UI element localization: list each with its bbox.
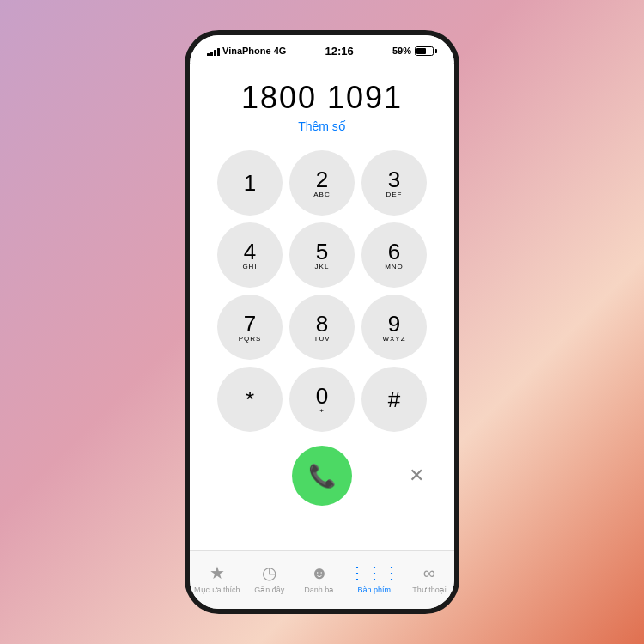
- key-letters-8: WXYZ: [382, 336, 405, 343]
- bottom-row: 📞 ✕: [206, 446, 438, 506]
- key-btn-7[interactable]: 7PQRS: [217, 295, 283, 360]
- key-digit-1: 2: [316, 167, 328, 192]
- key-digit-2: 3: [388, 167, 400, 192]
- key-digit-8: 9: [388, 312, 400, 337]
- key-digit-6: 7: [244, 312, 256, 337]
- tab-label-1: Gần đây: [254, 586, 284, 594]
- status-bar: VinaPhone 4G 12:16 59%: [190, 35, 454, 63]
- key-letters-10: +: [319, 408, 325, 415]
- key-letters-7: TUV: [314, 336, 331, 343]
- tab-label-4: Thư thoại: [412, 586, 447, 594]
- tab-label-3: Bàn phím: [358, 586, 392, 594]
- call-button[interactable]: 📞: [292, 446, 352, 506]
- battery-icon: [415, 46, 437, 56]
- key-btn-3[interactable]: 3DEF: [361, 150, 427, 216]
- key-btn-1[interactable]: 1: [217, 150, 283, 216]
- key-btn-0[interactable]: 0+: [289, 367, 355, 432]
- key-letters-5: MNO: [385, 264, 404, 270]
- tab-icon-0: ★: [210, 562, 225, 583]
- tab-item-mục-ưa-thích[interactable]: ★Mục ưa thích: [194, 562, 240, 594]
- tab-item-gần-đây[interactable]: ◷Gần đây: [249, 562, 290, 594]
- delete-button[interactable]: ✕: [395, 454, 438, 497]
- tab-icon-3: ⋮⋮⋮: [349, 562, 400, 583]
- key-btn-5[interactable]: 5JKL: [289, 222, 355, 288]
- tab-icon-1: ◷: [262, 562, 276, 583]
- key-letters-4: JKL: [315, 264, 330, 270]
- phone-frame: VinaPhone 4G 12:16 59% 1800 1091 Thêm số…: [185, 30, 459, 614]
- add-number-button[interactable]: Thêm số: [298, 119, 346, 133]
- key-digit-11: #: [388, 387, 400, 412]
- tab-icon-4: ∞: [423, 563, 435, 583]
- dialer-content: 1800 1091 Thêm số 12ABC3DEF4GHI5JKL6MNO7…: [190, 63, 454, 550]
- network-type-label: 4G: [274, 46, 287, 56]
- delete-icon: ✕: [409, 465, 424, 487]
- key-letters-1: ABC: [313, 191, 330, 198]
- signal-bars-icon: [207, 46, 220, 56]
- phone-number-display: 1800 1091: [241, 80, 403, 116]
- key-btn-8[interactable]: 8TUV: [289, 295, 355, 360]
- carrier-label: VinaPhone: [222, 46, 271, 56]
- tab-bar: ★Mục ưa thích◷Gần đây☻Danh bạ⋮⋮⋮Bàn phím…: [190, 550, 454, 609]
- keypad-grid: 12ABC3DEF4GHI5JKL6MNO7PQRS8TUV9WXYZ*0+#: [217, 150, 427, 432]
- battery-percent-label: 59%: [392, 46, 411, 56]
- key-letters-2: DEF: [386, 191, 403, 198]
- tab-item-bàn-phím[interactable]: ⋮⋮⋮Bàn phím: [349, 562, 400, 594]
- key-digit-7: 8: [316, 312, 328, 337]
- key-digit-5: 6: [388, 240, 400, 264]
- key-btn-6[interactable]: 6MNO: [361, 222, 427, 288]
- key-digit-3: 4: [244, 240, 256, 264]
- key-letters-6: PQRS: [239, 336, 262, 343]
- key-btn-4[interactable]: 4GHI: [217, 222, 283, 288]
- key-btn-*[interactable]: *: [217, 367, 283, 432]
- key-digit-9: *: [246, 387, 254, 412]
- call-icon: 📞: [308, 463, 336, 489]
- tab-label-0: Mục ưa thích: [194, 586, 240, 594]
- key-btn-9[interactable]: 9WXYZ: [361, 295, 427, 360]
- key-digit-4: 5: [316, 240, 328, 264]
- key-digit-0: 1: [244, 171, 256, 196]
- spacer: [206, 454, 249, 497]
- key-digit-10: 0: [316, 384, 328, 409]
- tab-label-2: Danh bạ: [304, 586, 334, 594]
- status-right: 59%: [392, 46, 437, 56]
- tab-item-thư-thoại[interactable]: ∞Thư thoại: [409, 563, 450, 594]
- key-letters-3: GHI: [242, 264, 257, 270]
- time-label: 12:16: [325, 45, 354, 58]
- key-btn-2[interactable]: 2ABC: [289, 150, 355, 216]
- key-btn-#[interactable]: #: [361, 367, 427, 432]
- tab-item-danh-bạ[interactable]: ☻Danh bạ: [299, 563, 340, 594]
- status-left: VinaPhone 4G: [207, 46, 286, 56]
- tab-icon-2: ☻: [310, 563, 328, 583]
